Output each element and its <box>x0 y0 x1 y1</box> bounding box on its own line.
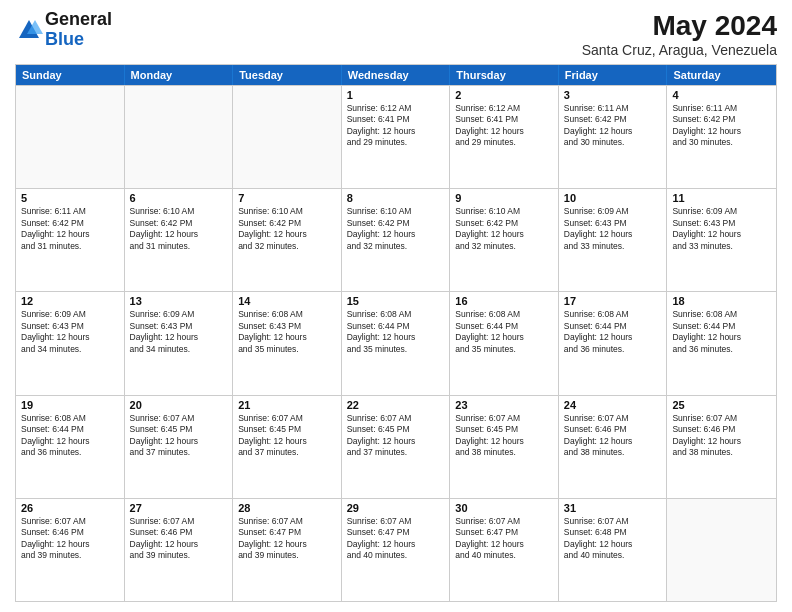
day-number: 1 <box>347 89 445 101</box>
calendar-cell: 27Sunrise: 6:07 AMSunset: 6:46 PMDayligh… <box>125 499 234 601</box>
calendar-cell: 14Sunrise: 6:08 AMSunset: 6:43 PMDayligh… <box>233 292 342 394</box>
day-number: 26 <box>21 502 119 514</box>
calendar-cell: 30Sunrise: 6:07 AMSunset: 6:47 PMDayligh… <box>450 499 559 601</box>
calendar-cell: 21Sunrise: 6:07 AMSunset: 6:45 PMDayligh… <box>233 396 342 498</box>
day-number: 16 <box>455 295 553 307</box>
calendar-cell: 13Sunrise: 6:09 AMSunset: 6:43 PMDayligh… <box>125 292 234 394</box>
cell-sun-info: Sunrise: 6:07 AMSunset: 6:45 PMDaylight:… <box>347 413 445 459</box>
calendar-cell: 20Sunrise: 6:07 AMSunset: 6:45 PMDayligh… <box>125 396 234 498</box>
day-number: 27 <box>130 502 228 514</box>
logo-icon <box>15 16 43 44</box>
calendar-cell: 8Sunrise: 6:10 AMSunset: 6:42 PMDaylight… <box>342 189 451 291</box>
day-number: 30 <box>455 502 553 514</box>
cell-sun-info: Sunrise: 6:09 AMSunset: 6:43 PMDaylight:… <box>130 309 228 355</box>
cell-sun-info: Sunrise: 6:12 AMSunset: 6:41 PMDaylight:… <box>347 103 445 149</box>
cell-sun-info: Sunrise: 6:08 AMSunset: 6:44 PMDaylight:… <box>672 309 771 355</box>
cell-sun-info: Sunrise: 6:07 AMSunset: 6:46 PMDaylight:… <box>564 413 662 459</box>
calendar-cell: 7Sunrise: 6:10 AMSunset: 6:42 PMDaylight… <box>233 189 342 291</box>
day-number: 8 <box>347 192 445 204</box>
day-number: 7 <box>238 192 336 204</box>
weekday-header: Monday <box>125 65 234 85</box>
cell-sun-info: Sunrise: 6:09 AMSunset: 6:43 PMDaylight:… <box>564 206 662 252</box>
calendar-header: SundayMondayTuesdayWednesdayThursdayFrid… <box>16 65 776 85</box>
cell-sun-info: Sunrise: 6:07 AMSunset: 6:47 PMDaylight:… <box>455 516 553 562</box>
calendar-cell: 28Sunrise: 6:07 AMSunset: 6:47 PMDayligh… <box>233 499 342 601</box>
calendar-row: 12Sunrise: 6:09 AMSunset: 6:43 PMDayligh… <box>16 291 776 394</box>
calendar: SundayMondayTuesdayWednesdayThursdayFrid… <box>15 64 777 602</box>
calendar-cell: 29Sunrise: 6:07 AMSunset: 6:47 PMDayligh… <box>342 499 451 601</box>
cell-sun-info: Sunrise: 6:07 AMSunset: 6:45 PMDaylight:… <box>455 413 553 459</box>
calendar-cell: 25Sunrise: 6:07 AMSunset: 6:46 PMDayligh… <box>667 396 776 498</box>
title-block: May 2024 Santa Cruz, Aragua, Venezuela <box>582 10 777 58</box>
day-number: 10 <box>564 192 662 204</box>
calendar-cell: 16Sunrise: 6:08 AMSunset: 6:44 PMDayligh… <box>450 292 559 394</box>
calendar-cell: 2Sunrise: 6:12 AMSunset: 6:41 PMDaylight… <box>450 86 559 188</box>
location: Santa Cruz, Aragua, Venezuela <box>582 42 777 58</box>
calendar-cell: 9Sunrise: 6:10 AMSunset: 6:42 PMDaylight… <box>450 189 559 291</box>
cell-sun-info: Sunrise: 6:10 AMSunset: 6:42 PMDaylight:… <box>238 206 336 252</box>
calendar-cell: 1Sunrise: 6:12 AMSunset: 6:41 PMDaylight… <box>342 86 451 188</box>
day-number: 3 <box>564 89 662 101</box>
calendar-cell: 15Sunrise: 6:08 AMSunset: 6:44 PMDayligh… <box>342 292 451 394</box>
calendar-cell: 23Sunrise: 6:07 AMSunset: 6:45 PMDayligh… <box>450 396 559 498</box>
cell-sun-info: Sunrise: 6:10 AMSunset: 6:42 PMDaylight:… <box>347 206 445 252</box>
cell-sun-info: Sunrise: 6:11 AMSunset: 6:42 PMDaylight:… <box>21 206 119 252</box>
day-number: 29 <box>347 502 445 514</box>
day-number: 25 <box>672 399 771 411</box>
day-number: 23 <box>455 399 553 411</box>
day-number: 31 <box>564 502 662 514</box>
weekday-header: Saturday <box>667 65 776 85</box>
calendar-cell: 4Sunrise: 6:11 AMSunset: 6:42 PMDaylight… <box>667 86 776 188</box>
day-number: 15 <box>347 295 445 307</box>
day-number: 28 <box>238 502 336 514</box>
calendar-body: 1Sunrise: 6:12 AMSunset: 6:41 PMDaylight… <box>16 85 776 601</box>
cell-sun-info: Sunrise: 6:07 AMSunset: 6:45 PMDaylight:… <box>238 413 336 459</box>
cell-sun-info: Sunrise: 6:07 AMSunset: 6:46 PMDaylight:… <box>130 516 228 562</box>
logo: General Blue <box>15 10 112 50</box>
cell-sun-info: Sunrise: 6:07 AMSunset: 6:47 PMDaylight:… <box>238 516 336 562</box>
cell-sun-info: Sunrise: 6:07 AMSunset: 6:46 PMDaylight:… <box>21 516 119 562</box>
cell-sun-info: Sunrise: 6:07 AMSunset: 6:48 PMDaylight:… <box>564 516 662 562</box>
cell-sun-info: Sunrise: 6:11 AMSunset: 6:42 PMDaylight:… <box>672 103 771 149</box>
calendar-cell: 26Sunrise: 6:07 AMSunset: 6:46 PMDayligh… <box>16 499 125 601</box>
calendar-row: 5Sunrise: 6:11 AMSunset: 6:42 PMDaylight… <box>16 188 776 291</box>
calendar-cell: 5Sunrise: 6:11 AMSunset: 6:42 PMDaylight… <box>16 189 125 291</box>
weekday-header: Sunday <box>16 65 125 85</box>
cell-sun-info: Sunrise: 6:10 AMSunset: 6:42 PMDaylight:… <box>455 206 553 252</box>
day-number: 13 <box>130 295 228 307</box>
day-number: 19 <box>21 399 119 411</box>
cell-sun-info: Sunrise: 6:08 AMSunset: 6:43 PMDaylight:… <box>238 309 336 355</box>
cell-sun-info: Sunrise: 6:11 AMSunset: 6:42 PMDaylight:… <box>564 103 662 149</box>
day-number: 17 <box>564 295 662 307</box>
calendar-page: General Blue May 2024 Santa Cruz, Aragua… <box>0 0 792 612</box>
day-number: 22 <box>347 399 445 411</box>
calendar-cell <box>125 86 234 188</box>
cell-sun-info: Sunrise: 6:09 AMSunset: 6:43 PMDaylight:… <box>21 309 119 355</box>
day-number: 5 <box>21 192 119 204</box>
cell-sun-info: Sunrise: 6:08 AMSunset: 6:44 PMDaylight:… <box>455 309 553 355</box>
day-number: 2 <box>455 89 553 101</box>
cell-sun-info: Sunrise: 6:07 AMSunset: 6:45 PMDaylight:… <box>130 413 228 459</box>
month-year: May 2024 <box>582 10 777 42</box>
calendar-cell: 24Sunrise: 6:07 AMSunset: 6:46 PMDayligh… <box>559 396 668 498</box>
day-number: 9 <box>455 192 553 204</box>
calendar-row: 1Sunrise: 6:12 AMSunset: 6:41 PMDaylight… <box>16 85 776 188</box>
day-number: 11 <box>672 192 771 204</box>
cell-sun-info: Sunrise: 6:09 AMSunset: 6:43 PMDaylight:… <box>672 206 771 252</box>
calendar-cell: 12Sunrise: 6:09 AMSunset: 6:43 PMDayligh… <box>16 292 125 394</box>
calendar-cell: 3Sunrise: 6:11 AMSunset: 6:42 PMDaylight… <box>559 86 668 188</box>
cell-sun-info: Sunrise: 6:08 AMSunset: 6:44 PMDaylight:… <box>564 309 662 355</box>
calendar-cell: 31Sunrise: 6:07 AMSunset: 6:48 PMDayligh… <box>559 499 668 601</box>
day-number: 14 <box>238 295 336 307</box>
calendar-cell <box>667 499 776 601</box>
day-number: 6 <box>130 192 228 204</box>
cell-sun-info: Sunrise: 6:07 AMSunset: 6:47 PMDaylight:… <box>347 516 445 562</box>
page-header: General Blue May 2024 Santa Cruz, Aragua… <box>15 10 777 58</box>
day-number: 12 <box>21 295 119 307</box>
calendar-cell: 6Sunrise: 6:10 AMSunset: 6:42 PMDaylight… <box>125 189 234 291</box>
calendar-cell: 11Sunrise: 6:09 AMSunset: 6:43 PMDayligh… <box>667 189 776 291</box>
calendar-row: 26Sunrise: 6:07 AMSunset: 6:46 PMDayligh… <box>16 498 776 601</box>
logo-text: General Blue <box>45 10 112 50</box>
cell-sun-info: Sunrise: 6:10 AMSunset: 6:42 PMDaylight:… <box>130 206 228 252</box>
calendar-cell <box>233 86 342 188</box>
